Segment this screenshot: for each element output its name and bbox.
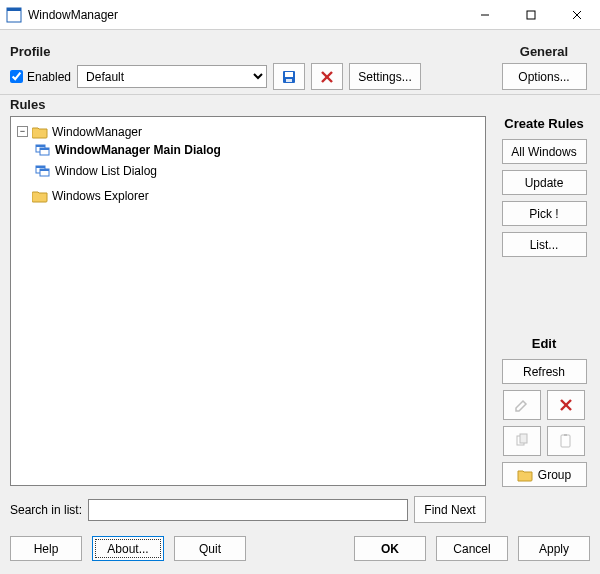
pick-button[interactable]: Pick ! — [502, 201, 587, 226]
update-button[interactable]: Update — [502, 170, 587, 195]
minimize-button[interactable] — [462, 0, 508, 30]
title-bar: WindowManager — [0, 0, 600, 30]
maximize-button[interactable] — [508, 0, 554, 30]
window-icon — [35, 164, 51, 178]
list-button[interactable]: List... — [502, 232, 587, 257]
svg-rect-24 — [564, 434, 567, 436]
all-windows-button[interactable]: All Windows — [502, 139, 587, 164]
profile-label: Profile — [10, 44, 480, 59]
delete-rule-button[interactable] — [547, 390, 585, 420]
separator — [0, 94, 600, 95]
quit-button[interactable]: Quit — [174, 536, 246, 561]
general-group: General Options... — [498, 36, 590, 90]
rules-tree[interactable]: − WindowManager — [10, 116, 486, 486]
svg-rect-7 — [285, 72, 293, 77]
expand-toggle[interactable]: − — [17, 126, 28, 137]
edit-rule-button[interactable] — [503, 390, 541, 420]
rules-label: Rules — [10, 97, 590, 112]
folder-icon — [517, 468, 533, 482]
window-title: WindowManager — [28, 8, 118, 22]
delete-profile-button[interactable] — [311, 63, 343, 90]
search-input[interactable] — [88, 499, 408, 521]
general-label: General — [498, 44, 590, 59]
tree-node-main-dialog[interactable]: WindowManager Main Dialog — [35, 141, 221, 159]
close-button[interactable] — [554, 0, 600, 30]
find-next-button[interactable]: Find Next — [414, 496, 486, 523]
svg-rect-23 — [561, 435, 570, 447]
svg-rect-14 — [40, 148, 49, 150]
search-label: Search in list: — [10, 503, 82, 517]
tree-node-list-dialog[interactable]: Window List Dialog — [35, 162, 157, 180]
enabled-checkbox-input[interactable] — [10, 70, 23, 83]
create-rules-label: Create Rules — [498, 116, 590, 131]
dialog-button-bar: Help About... Quit OK Cancel Apply — [0, 533, 600, 574]
tree-node-explorer[interactable]: Windows Explorer — [17, 187, 149, 205]
group-button-label: Group — [538, 468, 571, 482]
svg-rect-8 — [286, 79, 292, 82]
group-button[interactable]: Group — [502, 462, 587, 487]
svg-rect-22 — [520, 434, 527, 443]
ok-button[interactable]: OK — [354, 536, 426, 561]
svg-rect-12 — [36, 145, 45, 147]
save-profile-button[interactable] — [273, 63, 305, 90]
help-button[interactable]: Help — [10, 536, 82, 561]
profile-group: Profile Enabled Default Settings... — [10, 36, 480, 90]
profile-select[interactable]: Default — [77, 65, 267, 88]
svg-rect-3 — [527, 11, 535, 19]
enabled-checkbox-label: Enabled — [27, 70, 71, 84]
svg-rect-16 — [36, 166, 45, 168]
tree-label: WindowManager Main Dialog — [55, 141, 221, 159]
window-icon — [35, 143, 51, 157]
cancel-button[interactable]: Cancel — [436, 536, 508, 561]
tree-node-windowmanager[interactable]: − WindowManager — [17, 123, 142, 141]
settings-button[interactable]: Settings... — [349, 63, 421, 90]
rules-group: Rules − WindowManager — [10, 99, 590, 523]
enabled-checkbox[interactable]: Enabled — [10, 70, 71, 84]
about-button[interactable]: About... — [92, 536, 164, 561]
tree-label: Windows Explorer — [52, 187, 149, 205]
apply-button[interactable]: Apply — [518, 536, 590, 561]
edit-label: Edit — [498, 336, 590, 351]
tree-label: Window List Dialog — [55, 162, 157, 180]
svg-rect-1 — [7, 8, 21, 11]
options-button[interactable]: Options... — [502, 63, 587, 90]
folder-icon — [32, 189, 48, 203]
app-icon — [6, 7, 22, 23]
tree-label: WindowManager — [52, 123, 142, 141]
svg-rect-18 — [40, 169, 49, 171]
refresh-button[interactable]: Refresh — [502, 359, 587, 384]
paste-button[interactable] — [547, 426, 585, 456]
copy-button[interactable] — [503, 426, 541, 456]
folder-icon — [32, 125, 48, 139]
